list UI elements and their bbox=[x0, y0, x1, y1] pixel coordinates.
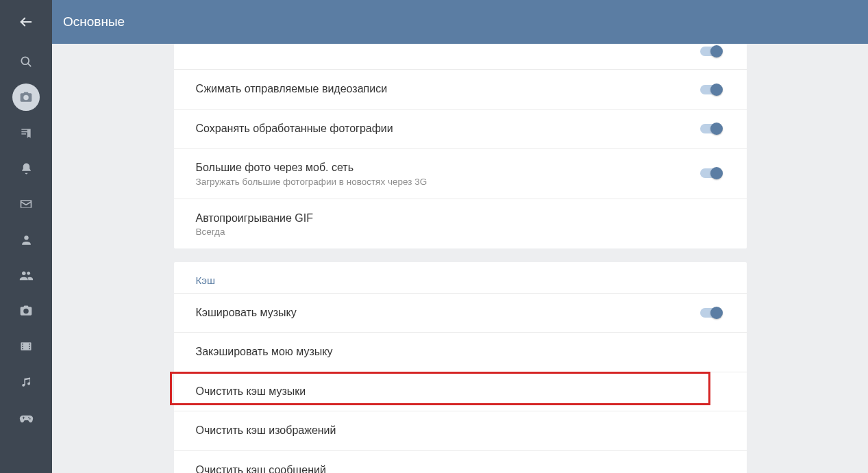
search-icon[interactable] bbox=[0, 44, 52, 79]
music-icon[interactable] bbox=[0, 364, 52, 400]
svg-rect-9 bbox=[22, 348, 23, 350]
section-media: Сжимать отправляемые видеозаписи Сохраня… bbox=[174, 44, 747, 248]
svg-rect-10 bbox=[29, 344, 30, 345]
row-sub: Загружать большие фотографии в новостях … bbox=[196, 177, 427, 187]
row-cache-music[interactable]: Кэшировать музыку bbox=[174, 293, 747, 332]
svg-rect-8 bbox=[22, 346, 23, 347]
section-header-cache: Кэш bbox=[174, 262, 747, 293]
main: Основные Сжимать отправляемые видеозапис… bbox=[52, 0, 868, 473]
row-title: Сжимать отправляемые видеозаписи bbox=[196, 81, 388, 97]
row-sub: Всегда bbox=[196, 227, 314, 237]
svg-rect-7 bbox=[22, 344, 23, 345]
row-title: Очистить кэш изображений bbox=[196, 423, 336, 438]
svg-line-2 bbox=[28, 64, 31, 66]
row-title: Очистить кэш музыки bbox=[196, 384, 306, 399]
sidebar bbox=[0, 0, 52, 473]
row-big-photos-mobile[interactable]: Большие фото через моб. сеть Загружать б… bbox=[174, 148, 747, 198]
section-cache: Кэш Кэшировать музыку Закэшировать мою м… bbox=[174, 262, 747, 473]
row-cache-my-music[interactable]: Закэшировать мою музыку bbox=[174, 332, 747, 371]
toggle-cache-music[interactable] bbox=[700, 306, 725, 320]
photo-icon[interactable] bbox=[0, 293, 52, 329]
row-clear-music-cache[interactable]: Очистить кэш музыки bbox=[174, 372, 747, 411]
row-compress-video[interactable]: Сжимать отправляемые видеозаписи bbox=[174, 69, 747, 108]
row-partial-top[interactable] bbox=[174, 44, 747, 69]
row-title: Сохранять обработанные фотографии bbox=[196, 121, 393, 136]
row-clear-image-cache[interactable]: Очистить кэш изображений bbox=[174, 411, 747, 450]
header: Основные bbox=[52, 0, 868, 44]
person-icon[interactable] bbox=[0, 222, 52, 257]
row-title: Автопроигрывание GIF bbox=[196, 211, 314, 226]
toggle-compress-video[interactable] bbox=[700, 83, 725, 97]
row-title: Закэшировать мою музыку bbox=[196, 344, 333, 359]
toggle-big-photos[interactable] bbox=[700, 166, 725, 180]
row-save-photos[interactable]: Сохранять обработанные фотографии bbox=[174, 109, 747, 148]
mail-icon[interactable] bbox=[0, 186, 52, 222]
back-button[interactable] bbox=[0, 0, 52, 44]
svg-point-3 bbox=[24, 235, 28, 240]
feed-icon[interactable] bbox=[0, 115, 52, 151]
svg-rect-11 bbox=[29, 346, 30, 347]
row-title: Очистить кэш сообщений bbox=[196, 463, 326, 473]
svg-point-5 bbox=[27, 272, 30, 275]
toggle[interactable] bbox=[700, 44, 725, 58]
row-clear-message-cache[interactable]: Очистить кэш сообщений bbox=[174, 450, 747, 473]
row-title: Кэшировать музыку bbox=[196, 305, 297, 320]
camera-icon[interactable] bbox=[0, 79, 52, 115]
content: Сжимать отправляемые видеозаписи Сохраня… bbox=[52, 44, 868, 473]
svg-point-4 bbox=[22, 272, 26, 276]
page-title: Основные bbox=[63, 14, 125, 29]
bell-icon[interactable] bbox=[0, 151, 52, 186]
games-icon[interactable] bbox=[0, 400, 52, 435]
people-icon[interactable] bbox=[0, 257, 52, 293]
video-icon[interactable] bbox=[0, 329, 52, 364]
row-gif-autoplay[interactable]: Автопроигрывание GIF Всегда bbox=[174, 199, 747, 248]
toggle-save-photos[interactable] bbox=[700, 122, 725, 136]
row-title: Большие фото через моб. сеть bbox=[196, 160, 427, 175]
svg-rect-12 bbox=[29, 348, 30, 350]
